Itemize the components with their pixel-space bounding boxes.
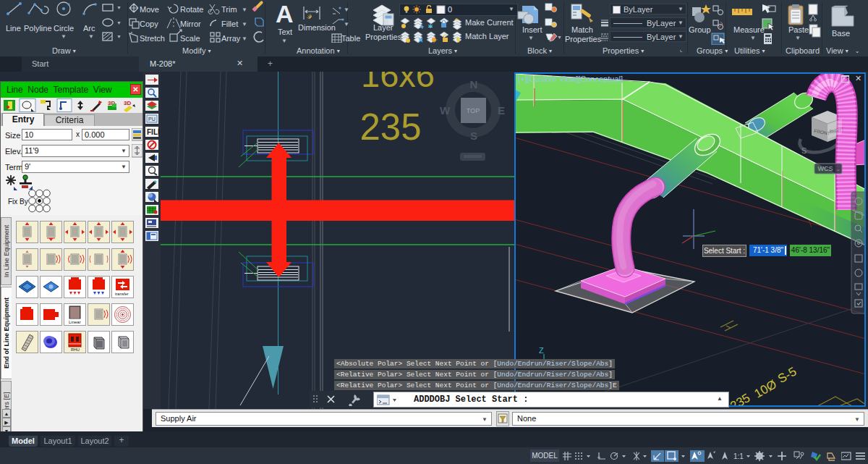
svg-text:3D: 3D (124, 100, 131, 106)
svg-text:WCS: WCS (818, 165, 833, 172)
svg-text:PU: PU (148, 117, 156, 122)
svg-text:S: S (470, 130, 477, 142)
svg-text:E: E (498, 104, 505, 117)
svg-text:1:1: 1:1 (733, 452, 744, 460)
svg-text:Z: Z (539, 346, 544, 355)
svg-text:RHU: RHU (71, 347, 80, 352)
svg-text:S: S (801, 146, 807, 155)
svg-text:⌄: ⌄ (836, 166, 841, 172)
svg-text:Linear: Linear (69, 320, 81, 324)
svg-text:TOP: TOP (467, 107, 480, 114)
svg-text:W: W (440, 104, 451, 117)
svg-text:transfer: transfer (115, 292, 129, 296)
svg-text:FILI: FILI (147, 128, 160, 136)
svg-text:N: N (470, 78, 478, 90)
svg-text:16x6: 16x6 (361, 72, 435, 94)
svg-text:235: 235 (359, 106, 421, 148)
